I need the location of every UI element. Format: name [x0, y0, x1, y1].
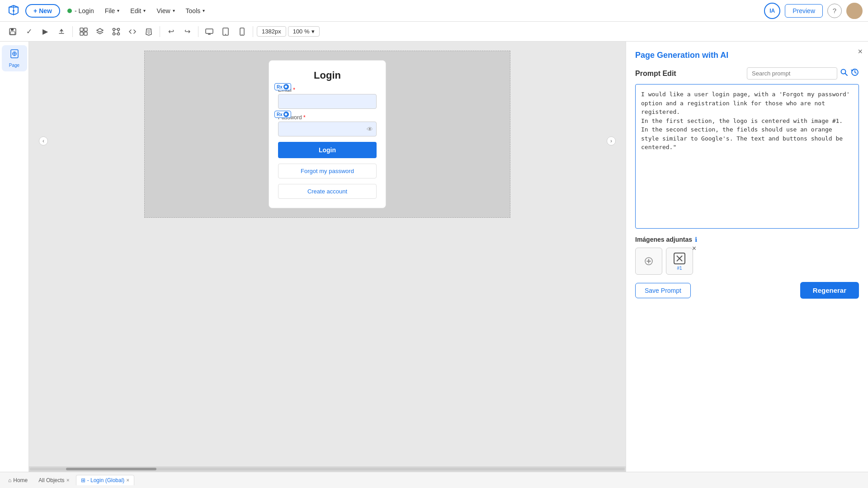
toolbar-separator-4: [253, 26, 253, 37]
panel-title: Page Generation with AI: [635, 51, 859, 60]
images-row: × #1: [635, 248, 859, 275]
menu-view[interactable]: View ▾: [153, 7, 178, 14]
toolbar-separator-2: [160, 26, 160, 37]
horizontal-scrollbar[interactable]: [29, 466, 626, 472]
imagenes-label: Imágenes adjuntas: [635, 236, 692, 243]
login-title: Login: [278, 70, 377, 81]
chevron-down-icon: ▾: [143, 8, 146, 13]
forgot-password-button[interactable]: Forgot my password: [278, 164, 377, 178]
menu-tools[interactable]: Tools ▾: [182, 7, 209, 14]
home-icon: ⌂: [8, 477, 11, 483]
tablet-view-button[interactable]: [218, 24, 233, 39]
svg-point-0: [13, 10, 14, 12]
layers-tool-button[interactable]: [93, 24, 107, 39]
panel-close-button[interactable]: ×: [858, 47, 863, 56]
password-input[interactable]: [278, 122, 377, 136]
svg-rect-4: [11, 28, 14, 31]
user-avatar[interactable]: [846, 3, 863, 19]
password-field-group: Rx ✱ Password * 👁: [278, 114, 377, 136]
tab-close-all-objects[interactable]: ×: [66, 477, 70, 483]
tab-active-dot: [67, 9, 72, 13]
canvas-area: Login Rx ✱ Email *: [29, 42, 626, 472]
svg-rect-5: [10, 32, 15, 34]
asterisk-icon-password: ✱: [283, 112, 289, 117]
zoom-level-display[interactable]: 100 % ▾: [288, 26, 320, 37]
preview-button[interactable]: Preview: [785, 4, 823, 18]
scrollbar-thumb[interactable]: [66, 468, 156, 470]
save-prompt-button[interactable]: Save Prompt: [635, 283, 691, 298]
desktop-view-button[interactable]: [202, 24, 217, 39]
canvas-nav-left[interactable]: ‹: [39, 136, 48, 145]
info-icon[interactable]: ℹ: [695, 236, 697, 243]
ia-badge[interactable]: IA: [764, 3, 780, 19]
redo-button[interactable]: ↪: [180, 24, 194, 39]
code-tool-button[interactable]: [125, 24, 140, 39]
export-tool-button[interactable]: [54, 24, 69, 39]
canvas-nav-right[interactable]: ›: [607, 136, 616, 145]
login-button[interactable]: Login: [278, 142, 377, 158]
chevron-down-icon: ▾: [311, 28, 315, 35]
svg-point-11: [118, 28, 120, 30]
svg-rect-14: [206, 29, 213, 33]
imagenes-section: Imágenes adjuntas ℹ × #1: [635, 236, 859, 275]
plus-icon: +: [33, 7, 37, 14]
routing-tool-button[interactable]: [109, 24, 123, 39]
tab-all-objects[interactable]: All Objects ×: [34, 475, 74, 485]
email-input-wrapper: [278, 94, 377, 109]
app-logo: [5, 3, 22, 19]
regenerar-button[interactable]: Regenerar: [800, 282, 859, 299]
tab-close-login-global[interactable]: ×: [126, 477, 129, 483]
login-card: Login Rx ✱ Email *: [269, 60, 386, 208]
page-icon: [9, 49, 19, 61]
svg-point-16: [225, 34, 226, 35]
svg-point-18: [241, 34, 242, 35]
menu-edit[interactable]: Edit ▾: [127, 7, 149, 14]
check-tool-button[interactable]: ✓: [22, 24, 36, 39]
help-button[interactable]: ?: [827, 4, 842, 18]
left-sidebar: Page: [0, 42, 29, 472]
svg-point-13: [118, 33, 120, 35]
chevron-down-icon: ▾: [117, 8, 119, 13]
svg-rect-7: [84, 28, 87, 31]
tab-home[interactable]: ⌂ Home: [4, 475, 32, 485]
undo-button[interactable]: ↩: [164, 24, 178, 39]
password-label: Password *: [278, 114, 377, 121]
toolbar-separator-3: [198, 26, 198, 37]
chevron-down-icon: ▾: [173, 8, 175, 13]
email-label: Email *: [278, 87, 377, 93]
svg-point-1: [851, 6, 858, 12]
save-tool-button[interactable]: [5, 24, 20, 39]
canvas-width-display[interactable]: 1382px: [257, 26, 286, 37]
tab-login-global[interactable]: ⊞ - Login (Global) ×: [76, 475, 135, 485]
asterisk-icon-email: ✱: [283, 84, 289, 89]
bottom-tabs: ⌂ Home All Objects × ⊞ - Login (Global) …: [0, 472, 868, 488]
svg-point-10: [113, 28, 115, 30]
svg-point-12: [113, 33, 115, 35]
search-prompt-button[interactable]: [840, 68, 848, 79]
eye-icon[interactable]: 👁: [367, 126, 373, 133]
components-tool-button[interactable]: [76, 24, 91, 39]
html-tool-button[interactable]: [142, 24, 156, 39]
image-thumb-label: #1: [677, 266, 682, 271]
menu-file[interactable]: File ▾: [101, 7, 123, 14]
history-button[interactable]: [851, 68, 859, 79]
prompt-textarea[interactable]: I would like a user login page, with a '…: [635, 84, 859, 229]
image-upload-button[interactable]: [635, 248, 662, 275]
play-tool-button[interactable]: ▶: [38, 24, 52, 39]
image-remove-button[interactable]: ×: [692, 244, 696, 253]
page-icon: ⊞: [81, 477, 85, 483]
new-button[interactable]: + New: [25, 4, 60, 18]
prompt-header: Prompt Edit: [635, 67, 859, 80]
search-prompt-input[interactable]: [747, 67, 837, 80]
sidebar-item-page[interactable]: Page: [2, 45, 27, 71]
rx-badge-email: Rx ✱: [274, 83, 291, 90]
image-thumb-1: × #1: [666, 248, 693, 275]
email-input[interactable]: [278, 94, 377, 109]
mobile-view-button[interactable]: [235, 24, 249, 39]
search-prompt-wrap: [747, 67, 859, 80]
prompt-label: Prompt Edit: [635, 70, 676, 78]
create-account-button[interactable]: Create account: [278, 184, 377, 199]
right-panel: × Page Generation with AI Prompt Edit I …: [626, 42, 868, 472]
svg-rect-6: [80, 28, 83, 31]
password-input-wrapper: 👁: [278, 122, 377, 136]
